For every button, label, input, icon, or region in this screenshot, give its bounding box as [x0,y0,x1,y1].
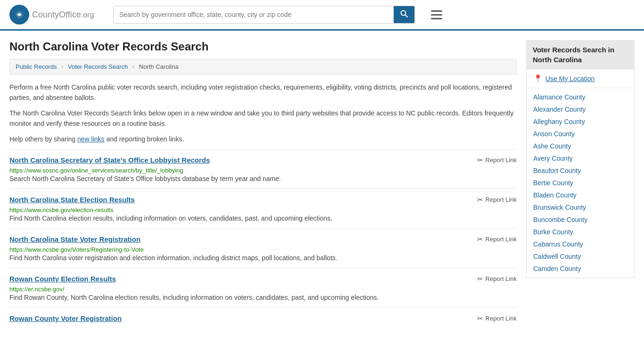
breadcrumb-public-records[interactable]: Public Records [16,63,57,70]
sidebar-item-ashe-county[interactable]: Ashe County [527,140,634,152]
hamburger-line [431,14,442,16]
sidebar-content: 📍 Use My Location Alamance County Alexan… [526,69,635,278]
sidebar-item-camden-county[interactable]: Camden County [527,263,634,275]
sidebar-item-avery-county[interactable]: Avery County [527,152,634,165]
list-item: Bertie County [527,177,634,189]
scissors-icon: ✂ [477,156,483,165]
report-link-label: Report Link [486,236,517,243]
report-link-button[interactable]: ✂ Report Link [477,275,517,283]
sidebar-location: 📍 Use My Location [527,69,634,88]
sidebar-item-caldwell-county[interactable]: Caldwell County [527,250,634,263]
sidebar-county-list: Alamance County Alexander County Allegha… [527,88,634,278]
scissors-icon: ✂ [477,196,483,204]
list-item: Alleghany County [527,115,634,128]
list-item: Bladen County [527,189,634,201]
breadcrumb: Public Records › Voter Records Search › … [9,59,517,74]
scissors-icon: ✂ [477,235,483,244]
result-header: North Carolina State Voter Registration … [9,235,517,244]
list-item: Buncombe County [527,214,634,226]
results-list: North Carolina Secretary of State's Offi… [9,149,517,329]
report-link-button[interactable]: ✂ Report Link [477,314,517,323]
result-item: North Carolina State Voter Registration … [9,228,517,268]
report-link-button[interactable]: ✂ Report Link [477,235,517,244]
result-url[interactable]: https://www.sosnc.gov/online_services/se… [9,167,183,174]
sidebar-item-anson-county[interactable]: Anson County [527,128,634,140]
page-description: Perform a free North Carolina public vot… [9,82,517,144]
sidebar: Voter Records Search in North Carolina 📍… [526,40,635,329]
sidebar-item-alamance-county[interactable]: Alamance County [527,91,634,103]
description-p2: The North Carolina Voter Records Search … [9,108,517,129]
scissors-icon: ✂ [477,314,483,323]
search-input[interactable] [114,7,394,22]
sidebar-item-burke-county[interactable]: Burke County [527,226,634,238]
list-item: Alexander County [527,103,634,115]
description-p3: Help others by sharing new links and rep… [9,134,517,144]
list-item: Cabarrus County [527,238,634,250]
result-url[interactable]: https://www.ncsbe.gov/Voters/Registering… [9,246,144,253]
logo-text: CountyOffice.org [32,10,94,20]
sidebar-item-cabarrus-county[interactable]: Cabarrus County [527,238,634,250]
location-icon: 📍 [533,74,543,83]
result-title[interactable]: North Carolina Secretary of State's Offi… [9,156,210,164]
list-item: Burke County [527,226,634,238]
hamburger-line [431,18,442,19]
sidebar-item-bladen-county[interactable]: Bladen County [527,189,634,201]
result-item: North Carolina Secretary of State's Offi… [9,149,517,189]
result-title[interactable]: North Carolina State Election Results [9,196,135,204]
list-item: Avery County [527,152,634,165]
result-description: Find North Carolina election results, in… [9,214,517,223]
site-header: CountyOffice.org [0,0,644,31]
result-title[interactable]: Rowan County Voter Registration [9,314,122,322]
description-p1: Perform a free North Carolina public vot… [9,82,517,103]
result-title[interactable]: North Carolina State Voter Registration [9,235,140,243]
result-header: North Carolina Secretary of State's Offi… [9,156,517,165]
list-item: Camden County [527,263,634,275]
page-title: North Carolina Voter Records Search [9,40,517,53]
result-item: Rowan County Voter Registration ✂ Report… [9,307,517,329]
report-link-button[interactable]: ✂ Report Link [477,156,517,165]
sidebar-item-beaufort-county[interactable]: Beaufort County [527,165,634,177]
result-url[interactable]: https://www.ncsbe.gov/election-results [9,206,113,214]
logo-area: CountyOffice.org [9,5,104,25]
use-my-location-link[interactable]: Use My Location [545,75,594,82]
result-description: Find North Carolina voter registration a… [9,253,517,263]
hamburger-line [431,10,442,12]
sidebar-item-buncombe-county[interactable]: Buncombe County [527,214,634,226]
sidebar-item-alleghany-county[interactable]: Alleghany County [527,115,634,128]
sidebar-item-alexander-county[interactable]: Alexander County [527,103,634,115]
result-header: Rowan County Election Results ✂ Report L… [9,275,517,283]
result-header: Rowan County Voter Registration ✂ Report… [9,314,517,323]
breadcrumb-current: North Carolina [139,63,179,70]
report-link-button[interactable]: ✂ Report Link [477,196,517,204]
scissors-icon: ✂ [477,275,483,283]
sidebar-header: Voter Records Search in North Carolina [526,40,635,69]
sidebar-item-brunswick-county[interactable]: Brunswick County [527,201,634,214]
list-item: Brunswick County [527,201,634,214]
breadcrumb-voter-records-search[interactable]: Voter Records Search [68,63,128,70]
result-url[interactable]: https://er.ncsbe.gov/ [9,286,64,293]
list-item: Beaufort County [527,165,634,177]
svg-point-2 [18,14,21,16]
result-header: North Carolina State Election Results ✂ … [9,196,517,204]
main-container: North Carolina Voter Records Search Publ… [0,31,644,329]
result-description: Search North Carolina Secretary of State… [9,174,517,184]
svg-line-4 [405,15,408,17]
result-item: North Carolina State Election Results ✂ … [9,189,517,228]
report-link-label: Report Link [486,275,517,282]
result-description: Find Rowan County, North Carolina electi… [9,293,517,303]
search-bar [113,6,415,24]
new-links-link[interactable]: new links [77,135,105,143]
logo-icon [9,5,29,25]
sidebar-item-bertie-county[interactable]: Bertie County [527,177,634,189]
report-link-label: Report Link [486,156,517,164]
result-item: Rowan County Election Results ✂ Report L… [9,268,517,307]
report-link-label: Report Link [486,315,517,322]
report-link-label: Report Link [486,196,517,203]
list-item: Caldwell County [527,250,634,263]
main-content: North Carolina Voter Records Search Publ… [9,40,517,329]
list-item: Anson County [527,128,634,140]
hamburger-menu-button[interactable] [428,8,445,22]
list-item: Ashe County [527,140,634,152]
result-title[interactable]: Rowan County Election Results [9,275,116,283]
search-button[interactable] [394,6,414,23]
